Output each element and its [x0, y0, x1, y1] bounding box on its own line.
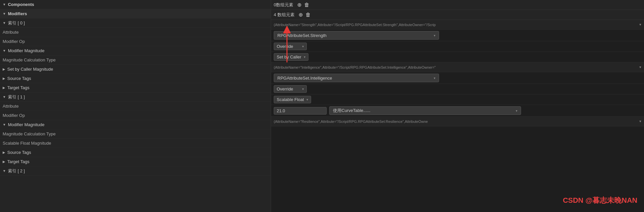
array-count-0-bar: 0数组元素 ⊕ 🗑 [271, 0, 644, 10]
scalable-float-dropdown[interactable]: Scalable Float ▾ [274, 96, 311, 103]
magnitude-calc-type-row-1: Magnitude Calculation Type [0, 129, 271, 139]
trash-array-0-button[interactable]: 🗑 [303, 2, 311, 8]
use-curve-table-label: 使用CurveTable...... [333, 108, 370, 114]
strength-path-row: (AttributeName="Strength",Attribute="/Sc… [271, 20, 644, 30]
strength-path-chevron: ▾ [639, 22, 641, 27]
target-tags-label-0: Target Tags [7, 85, 29, 90]
override-dropdown-1[interactable]: Override ▾ [274, 85, 307, 93]
trash-array-4-button[interactable]: 🗑 [304, 12, 312, 18]
modifier-op-label-1: Modifier Op [3, 113, 75, 118]
index2-label: 索引 [ 2 ] [8, 168, 25, 174]
intelligence-path-row: (AttributeName="Intelligence",Attribute=… [271, 62, 644, 72]
left-panel: ▼ Components ▼ Modifiers ▼ 索引 [ 0 ] Attr… [0, 0, 271, 212]
intelligence-dropdown-row: RPGAttributeSet.Intelligence ▾ [271, 72, 644, 84]
add-array-4-button[interactable]: ⊕ [297, 12, 304, 18]
watermark: CSDN @暮志未晚NAN [563, 195, 637, 205]
source-tags-row-0[interactable]: ▶ Source Tags [0, 74, 271, 83]
annotation-arrow-svg [277, 26, 297, 66]
modifier-op-label-0: Modifier Op [3, 39, 75, 44]
modifier-magnitude-arrow-1: ▼ [3, 123, 6, 126]
components-label: Components [8, 2, 34, 7]
scalable-float-magnitude-row: Scalable Float Magnitude [0, 139, 271, 148]
source-tags-row-1[interactable]: ▶ Source Tags [0, 148, 271, 157]
target-tags-row-0[interactable]: ▶ Target Tags [0, 83, 271, 92]
target-tags-arrow-1: ▶ [3, 160, 5, 163]
override-row-0: Override ▾ [271, 41, 644, 52]
attribute-row-1: Attribute [0, 102, 271, 111]
scalable-float-arrow: ▾ [304, 98, 308, 101]
source-tags-arrow-0: ▶ [3, 77, 5, 80]
strength-dropdown-arrow: ▾ [434, 34, 435, 37]
override-arrow-0: ▾ [300, 45, 304, 48]
attribute-label-0: Attribute [3, 30, 75, 35]
resilience-path-text: (AttributeName="Resilience",Attribute="/… [274, 120, 638, 124]
modifier-magnitude-label-0: Modifier Magnitude [8, 48, 45, 53]
strength-dropdown-row: RPGAttributeSet.Strength ▾ [271, 30, 644, 41]
modifier-magnitude-row-0[interactable]: ▼ Modifier Magnitude [0, 46, 271, 55]
watermark-text: CSDN @暮志未晚NAN [563, 196, 637, 204]
array-count-0-label: 0数组元素 [274, 2, 293, 8]
set-by-caller-magnitude-label: Set by Caller Magnitude [7, 67, 53, 72]
index0-arrow: ▼ [3, 21, 6, 25]
resilience-path-row: (AttributeName="Resilience",Attribute="/… [271, 117, 644, 126]
index0-row[interactable]: ▼ 索引 [ 0 ] [0, 18, 271, 28]
set-by-caller-magnitude-row[interactable]: ▶ Set by Caller Magnitude [0, 65, 271, 74]
main-container: ▼ Components ▼ Modifiers ▼ 索引 [ 0 ] Attr… [0, 0, 644, 212]
scalable-float-row: Scalable Float ▾ [271, 94, 644, 105]
override-arrow-1: ▾ [300, 87, 304, 91]
modifiers-label: Modifiers [8, 11, 27, 16]
array-count-4-bar: 4 数组元素 ⊕ 🗑 [271, 10, 644, 20]
target-tags-label-1: Target Tags [7, 159, 29, 164]
set-by-caller-arrow-down: ▾ [301, 55, 305, 59]
index1-label: 索引 [ 1 ] [8, 94, 25, 100]
set-by-caller-row: Set by Caller ▾ [271, 52, 644, 62]
use-curve-table-arrow: ▾ [516, 109, 517, 113]
intelligence-dropdown-label: RPGAttributeSet.Intelligence [277, 76, 332, 81]
components-row[interactable]: ▼ Components [0, 0, 271, 9]
components-arrow: ▼ [3, 3, 6, 6]
attribute-row-0: Attribute [0, 28, 271, 37]
intelligence-dropdown[interactable]: RPGAttributeSet.Intelligence ▾ [274, 74, 439, 82]
resilience-path-chevron: ▾ [639, 119, 641, 124]
source-tags-label-1: Source Tags [7, 150, 31, 155]
strength-dropdown[interactable]: RPGAttributeSet.Strength ▾ [274, 31, 439, 40]
modifier-op-row-1: Modifier Op [0, 111, 271, 120]
intelligence-path-text: (AttributeName="Intelligence",Attribute=… [274, 65, 638, 69]
modifier-magnitude-row-1[interactable]: ▼ Modifier Magnitude [0, 120, 271, 129]
add-array-0-button[interactable]: ⊕ [296, 2, 303, 8]
modifier-magnitude-label-1: Modifier Magnitude [8, 122, 45, 127]
modifiers-row[interactable]: ▼ Modifiers [0, 9, 271, 18]
attribute-label-1: Attribute [3, 104, 75, 109]
scalable-float-label: Scalable Float [277, 97, 304, 102]
set-by-caller-arrow: ▶ [3, 67, 5, 71]
target-tags-arrow-0: ▶ [3, 86, 5, 89]
magnitude-calc-type-label-0: Magnitude Calculation Type [3, 57, 75, 62]
array-count-4-label: 4 数组元素 [274, 12, 295, 18]
index1-row[interactable]: ▼ 索引 [ 1 ] [0, 92, 271, 102]
intelligence-dropdown-arrow: ▾ [434, 76, 435, 80]
source-tags-label-0: Source Tags [7, 76, 31, 81]
index0-label: 索引 [ 0 ] [8, 20, 25, 26]
scalable-float-value-text: 21.0 [277, 108, 285, 113]
magnitude-calc-type-label-1: Magnitude Calculation Type [3, 131, 75, 136]
override-label-1: Override [277, 87, 293, 91]
scalable-float-magnitude-label: Scalable Float Magnitude [3, 141, 75, 146]
override-row-1: Override ▾ [271, 84, 644, 94]
magnitude-calc-type-row-0: Magnitude Calculation Type [0, 55, 271, 65]
strength-path-text: (AttributeName="Strength",Attribute="/Sc… [274, 23, 638, 27]
source-tags-arrow-1: ▶ [3, 151, 5, 154]
index2-row[interactable]: ▼ 索引 [ 2 ] [0, 166, 271, 176]
target-tags-row-1[interactable]: ▶ Target Tags [0, 157, 271, 166]
scalable-float-value-input[interactable]: 21.0 [274, 107, 327, 115]
index2-arrow: ▼ [3, 169, 6, 173]
intelligence-path-chevron: ▾ [639, 65, 641, 69]
scalable-float-value-row: 21.0 使用CurveTable...... ▾ [271, 105, 644, 117]
right-panel: 0数组元素 ⊕ 🗑 4 数组元素 ⊕ 🗑 (AttributeName="Str… [271, 0, 644, 212]
modifier-magnitude-arrow-0: ▼ [3, 49, 6, 53]
modifier-op-row-0: Modifier Op [0, 37, 271, 46]
index1-arrow: ▼ [3, 95, 6, 99]
modifiers-arrow: ▼ [3, 12, 6, 16]
use-curve-table-dropdown[interactable]: 使用CurveTable...... ▾ [329, 106, 521, 115]
